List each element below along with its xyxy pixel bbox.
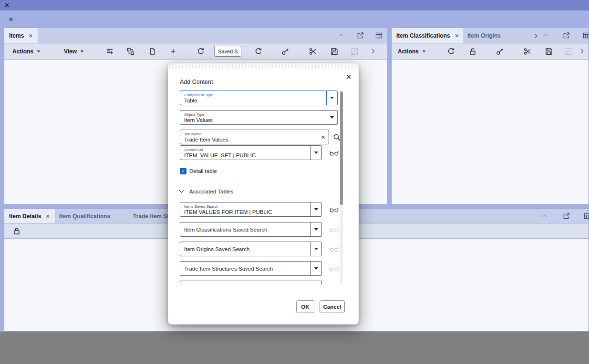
component-type-field-body: Component Type Table bbox=[180, 91, 326, 105]
table-layout-icon[interactable] bbox=[374, 31, 383, 40]
view-menu-button[interactable]: View bbox=[64, 43, 83, 59]
key-button[interactable] bbox=[494, 46, 506, 57]
check-icon: ✓ bbox=[181, 168, 186, 174]
saved-search-label: Saved S bbox=[218, 49, 238, 54]
object-type-dropdown-icon[interactable] bbox=[326, 111, 337, 124]
tab-item-details[interactable]: Item Details × bbox=[4, 209, 55, 223]
caret-down-icon bbox=[241, 51, 241, 52]
caret-down-icon bbox=[423, 51, 425, 52]
table-layout-icon[interactable] bbox=[583, 212, 589, 221]
items-strip-icons bbox=[337, 28, 383, 43]
classifications-strip-icons bbox=[542, 28, 589, 43]
close-icon[interactable]: × bbox=[4, 0, 10, 10]
ok-button[interactable]: OK bbox=[296, 300, 314, 313]
tab-item-qualifications-label: Item Qualifications bbox=[59, 213, 110, 220]
trade-item-structures-saved-search-dropdown-icon[interactable] bbox=[310, 262, 321, 275]
chevron-up-icon bbox=[543, 34, 548, 39]
object-type-label: Object Type bbox=[184, 112, 322, 117]
cancel-button[interactable]: Cancel bbox=[320, 300, 345, 313]
component-type-field[interactable]: Component Type Table bbox=[180, 91, 338, 105]
close-icon[interactable]: × bbox=[9, 15, 13, 23]
table-layout-icon[interactable] bbox=[582, 31, 589, 40]
object-type-field[interactable]: Object Type Item Values bbox=[180, 110, 338, 125]
unlock-button[interactable] bbox=[467, 46, 478, 57]
tab-items-label: Items bbox=[9, 32, 24, 39]
trade-item-structures-saved-search-preview-icon bbox=[329, 264, 339, 273]
item-classifications-saved-search-field[interactable]: Item Classifications Saved Search bbox=[180, 222, 322, 237]
component-type-dropdown-icon[interactable] bbox=[326, 91, 337, 105]
caret-down-icon bbox=[81, 51, 83, 52]
lock-button[interactable] bbox=[11, 225, 22, 237]
more-tools-icon[interactable] bbox=[575, 46, 587, 57]
refresh-button[interactable] bbox=[445, 46, 457, 57]
screen-set-label: Screen Set bbox=[184, 148, 307, 152]
tab-item-origins[interactable]: Item Origins bbox=[463, 28, 506, 43]
item-classifications-saved-search-preview-icon bbox=[329, 225, 339, 234]
chevron-right-icon bbox=[370, 49, 374, 54]
tab-item-classifications[interactable]: Item Classifications × bbox=[392, 28, 464, 43]
actions-menu-button[interactable]: Actions bbox=[398, 43, 425, 59]
scrollbar-thumb[interactable] bbox=[340, 91, 343, 205]
caret-down-icon bbox=[314, 267, 318, 270]
item-origins-saved-search-preview-icon bbox=[329, 245, 339, 253]
dialog-drag-handle[interactable] bbox=[168, 63, 359, 69]
plus-icon: + bbox=[171, 47, 176, 56]
caret-down-icon bbox=[330, 97, 334, 99]
classifications-panel: Item Classifications × Item Origins Acti… bbox=[391, 28, 589, 205]
item-origins-saved-search-field[interactable]: Item Origins Saved Search bbox=[180, 242, 322, 256]
dialog-title: Add Content bbox=[180, 79, 213, 85]
save-button[interactable] bbox=[329, 46, 340, 57]
tab-name-field[interactable]: Tab Name Trade Item Values × bbox=[180, 130, 329, 144]
collapse-pane-icon[interactable] bbox=[541, 212, 549, 221]
items-saved-search-preview-icon[interactable] bbox=[329, 205, 339, 214]
item-classifications-saved-search-dropdown-icon[interactable] bbox=[310, 222, 321, 236]
screen-set-field[interactable]: Screen Set ITEM_VALUE_SET | PUBLIC bbox=[180, 145, 322, 160]
application-window: × × Items × Actions Vi bbox=[0, 0, 589, 364]
trade-item-structures-saved-search-field[interactable]: Trade Item Structures Saved Search bbox=[180, 261, 322, 276]
items-saved-search-label: Items Saved Search bbox=[184, 204, 307, 209]
tab-items[interactable]: Items × bbox=[4, 28, 38, 43]
dialog-close-icon[interactable]: × bbox=[346, 72, 351, 81]
dialog-scrollbar[interactable] bbox=[340, 91, 343, 284]
items-saved-search-dropdown-icon[interactable] bbox=[310, 202, 321, 216]
associated-tables-section-toggle[interactable]: Associated Tables bbox=[180, 189, 233, 194]
tab-close-icon[interactable]: × bbox=[455, 32, 459, 39]
detach-pane-icon[interactable] bbox=[562, 212, 570, 221]
clear-field-icon[interactable]: × bbox=[321, 133, 325, 141]
reload-button[interactable] bbox=[253, 46, 264, 57]
key-button[interactable] bbox=[279, 46, 291, 57]
screen-set-value: ITEM_VALUE_SET | PUBLIC bbox=[184, 152, 307, 159]
items-saved-search-value: ITEM VALUES FOR ITEM | PUBLIC bbox=[184, 209, 307, 215]
tab-overflow-icon[interactable] bbox=[529, 30, 540, 41]
tab-close-icon[interactable]: × bbox=[29, 32, 32, 39]
tab-item-qualifications[interactable]: Item Qualifications bbox=[54, 209, 115, 223]
compare-button[interactable] bbox=[125, 46, 136, 57]
item-origins-saved-search-dropdown-icon[interactable] bbox=[310, 242, 321, 256]
add-button[interactable]: + bbox=[167, 46, 179, 57]
tab-item-details-label: Item Details bbox=[9, 213, 41, 220]
tab-name-value: Trade Item Values bbox=[184, 137, 317, 143]
object-type-field-body: Object Type Item Values bbox=[180, 111, 326, 124]
refresh-button[interactable] bbox=[195, 46, 207, 57]
classifications-grid-area bbox=[392, 60, 589, 204]
tab-close-icon[interactable]: × bbox=[46, 213, 50, 220]
detach-pane-icon[interactable] bbox=[356, 31, 364, 40]
save-button[interactable] bbox=[543, 46, 555, 57]
saved-search-dropdown[interactable]: Saved S bbox=[214, 46, 241, 57]
screen-set-dropdown-icon[interactable] bbox=[310, 146, 321, 160]
more-tools-icon[interactable] bbox=[366, 46, 378, 57]
actions-menu-button[interactable]: Actions bbox=[12, 43, 40, 59]
cut-button[interactable] bbox=[307, 46, 319, 57]
items-saved-search-field-body: Items Saved Search ITEM VALUES FOR ITEM … bbox=[180, 202, 310, 216]
add-content-dialog: Add Content × Component Type Table Objec… bbox=[168, 63, 359, 324]
manage-columns-button[interactable] bbox=[104, 46, 115, 57]
new-document-button[interactable] bbox=[146, 46, 158, 57]
cut-button[interactable] bbox=[522, 46, 533, 57]
collapse-pane-icon[interactable] bbox=[542, 31, 550, 40]
screen-set-preview-icon[interactable] bbox=[329, 149, 339, 157]
collapse-pane-icon[interactable] bbox=[337, 31, 346, 40]
detail-table-checkbox[interactable]: ✓ bbox=[180, 168, 186, 174]
detach-pane-icon[interactable] bbox=[562, 31, 570, 40]
items-saved-search-field[interactable]: Items Saved Search ITEM VALUES FOR ITEM … bbox=[180, 202, 322, 217]
tab-item-origins-label: Item Origins bbox=[467, 32, 501, 39]
